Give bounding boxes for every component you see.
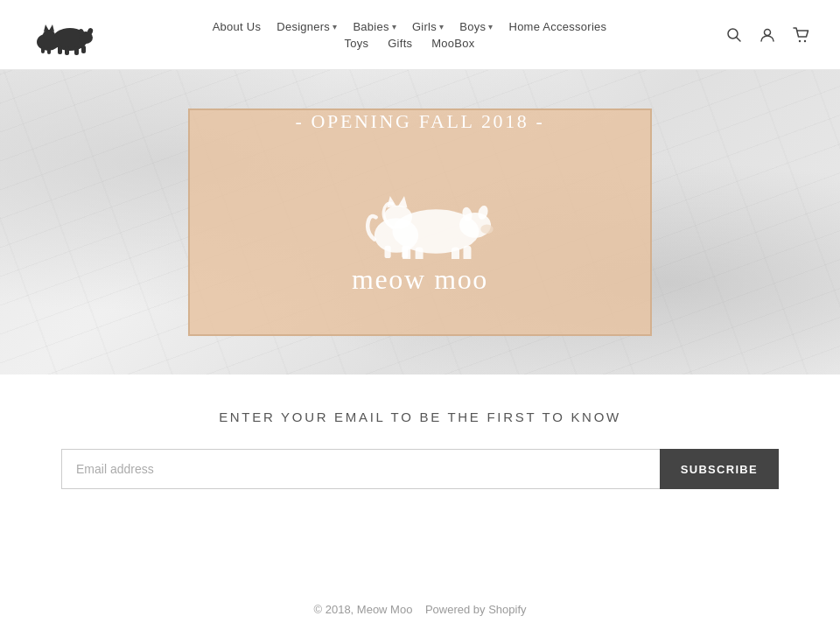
logo[interactable] [26, 9, 96, 60]
svg-rect-10 [47, 47, 51, 54]
subscribe-button[interactable]: SUBSCRIBE [660, 449, 779, 489]
svg-rect-9 [41, 46, 45, 53]
svg-point-27 [480, 224, 493, 234]
nav-about-us[interactable]: About Us [213, 20, 262, 33]
svg-rect-22 [452, 248, 459, 260]
svg-rect-3 [74, 46, 79, 55]
site-footer: © 2018, Meow Moo Powered by Shopify [0, 585, 840, 630]
svg-marker-12 [44, 24, 49, 32]
hero-animals-icon [341, 180, 499, 259]
nav-designers[interactable]: Designers ▾ [276, 20, 337, 33]
chevron-down-icon: ▾ [392, 22, 396, 32]
svg-point-16 [765, 29, 771, 35]
login-button[interactable] [756, 24, 779, 46]
hero-section: - OPENING FALL 2018 - [0, 70, 840, 374]
svg-rect-1 [58, 46, 62, 54]
nav-babies[interactable]: Babies ▾ [353, 20, 396, 33]
email-form: SUBSCRIBE [61, 449, 779, 489]
nav-home-accessories[interactable]: Home Accessories [508, 20, 606, 33]
svg-rect-23 [464, 246, 472, 259]
svg-rect-21 [416, 248, 424, 260]
svg-marker-13 [49, 24, 54, 32]
svg-point-17 [799, 39, 801, 41]
search-button[interactable] [723, 24, 746, 46]
svg-point-29 [384, 206, 412, 229]
logo-icon [26, 9, 96, 57]
search-icon [726, 27, 742, 43]
cart-button[interactable] [789, 24, 814, 46]
chevron-down-icon: ▾ [488, 22, 493, 32]
user-icon [760, 27, 775, 43]
footer-text: © 2018, Meow Moo Powered by Shopify [18, 603, 822, 616]
chevron-down-icon: ▾ [332, 22, 337, 32]
chevron-down-icon: ▾ [439, 22, 444, 32]
svg-marker-31 [398, 196, 408, 208]
hero-box: - OPENING FALL 2018 - [188, 108, 652, 336]
nav-toys[interactable]: Toys [344, 37, 368, 50]
nav-moobox[interactable]: MooBox [431, 37, 474, 50]
email-input[interactable] [61, 449, 660, 489]
site-header: About Us Designers ▾ Babies ▾ Girls ▾ Bo… [0, 0, 840, 70]
svg-rect-4 [81, 46, 86, 53]
svg-rect-2 [65, 46, 69, 55]
main-nav: About Us Designers ▾ Babies ▾ Girls ▾ Bo… [96, 20, 723, 50]
nav-top-row: About Us Designers ▾ Babies ▾ Girls ▾ Bo… [213, 20, 607, 33]
cart-icon [793, 27, 810, 43]
copyright-text: © 2018, Meow Moo [314, 603, 413, 616]
nav-boys[interactable]: Boys ▾ [459, 20, 493, 33]
hero-logo-area: meow moo [341, 142, 499, 334]
svg-line-15 [737, 37, 741, 41]
nav-girls[interactable]: Girls ▾ [412, 20, 444, 33]
svg-rect-33 [402, 246, 408, 258]
svg-rect-32 [385, 246, 391, 258]
email-heading: ENTER YOUR EMAIL TO BE THE FIRST TO KNOW [219, 410, 621, 424]
svg-point-18 [804, 39, 806, 41]
header-icons [723, 24, 814, 46]
hero-opening-text: - OPENING FALL 2018 - [295, 110, 544, 133]
nav-gifts[interactable]: Gifts [388, 37, 412, 50]
hero-brand-name: meow moo [352, 263, 488, 296]
email-section: ENTER YOUR EMAIL TO BE THE FIRST TO KNOW… [0, 374, 840, 515]
nav-bottom-row: Toys Gifts MooBox [344, 37, 474, 50]
powered-by-link[interactable]: Powered by Shopify [425, 603, 527, 616]
